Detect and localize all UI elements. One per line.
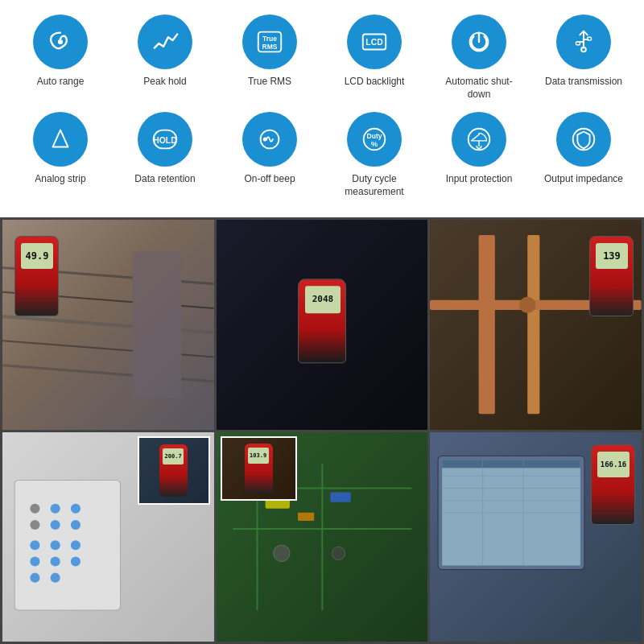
feature-analog-strip: Analog strip [16,112,105,186]
svg-point-43 [51,520,60,530]
svg-point-44 [51,540,60,550]
svg-text:HOLD: HOLD [153,136,177,145]
svg-point-46 [51,572,60,582]
photo-circuit-board: 103.9 [217,432,428,642]
analog-strip-icon [33,112,88,167]
svg-line-30 [2,365,214,382]
feature-label-output-impedance: Output impedance [544,173,623,186]
svg-point-59 [332,547,345,559]
feature-output-impedance: Output impedance [539,112,628,186]
svg-text:True: True [262,35,277,43]
auto-shutdown-icon [452,14,506,69]
output-impedance-icon [556,112,611,167]
svg-point-13 [581,47,586,52]
svg-point-49 [71,540,80,550]
feature-label-analog-strip: Analog strip [35,173,85,186]
feature-label-onoff-beep: On-off beep [244,173,295,186]
photo-computer-screen: 166.16 [430,432,642,642]
svg-point-45 [51,556,60,566]
photo-copper-pipes: 139 [430,220,642,429]
meter1-reading: 49.9 [26,250,49,262]
svg-rect-12 [588,37,592,40]
lcd-backlight-icon: LCD [347,14,402,69]
svg-text:LCD: LCD [365,38,383,47]
feature-label-auto-shutdown: Automatic shut-down [435,76,523,101]
svg-point-58 [273,545,289,561]
auto-range-icon [33,14,88,69]
feature-duty-cycle: Duty % Duty cycle measurement [330,112,419,198]
duty-cycle-icon: Duty % [347,112,402,167]
svg-text:RMS: RMS [262,43,278,51]
svg-rect-32 [479,235,495,414]
feature-label-peak-hold: Peak hold [143,76,186,89]
data-transmission-icon [556,14,611,69]
svg-point-0 [59,40,62,43]
svg-point-39 [30,540,39,550]
features-row-1: Auto range Peak hold True RMS [8,14,636,101]
feature-true-rms: True RMS True RMS [225,14,314,89]
feature-lcd-backlight: LCD LCD backlight [330,14,419,89]
svg-point-19 [264,138,266,141]
photo-industrial-panel: 49.9 [2,220,214,429]
data-retention-icon: HOLD [138,112,192,167]
svg-point-42 [51,503,60,513]
feature-peak-hold: Peak hold [121,14,209,89]
feature-label-true-rms: True RMS [248,76,291,89]
feature-label-duty-cycle: Duty cycle measurement [330,173,419,198]
svg-rect-56 [298,513,314,521]
input-protection-icon [452,112,506,167]
feature-data-transmission: Data transmission [539,14,628,89]
meter2-reading: 2048 [312,294,334,304]
svg-line-28 [2,316,214,332]
svg-rect-57 [330,492,350,502]
svg-point-41 [30,572,39,582]
feature-onoff-beep: On-off beep [225,112,314,186]
svg-point-38 [30,520,39,530]
meter6-reading: 166.16 [601,460,627,469]
svg-point-48 [71,520,80,530]
svg-line-29 [2,341,214,357]
feature-input-protection: Input protection [435,112,523,186]
svg-point-37 [30,503,39,513]
meter3-reading: 139 [603,250,621,262]
svg-rect-62 [442,460,580,468]
feature-label-input-protection: Input protection [446,173,513,186]
page-wrapper: Auto range Peak hold True RMS [0,0,644,644]
photo-grid: 49.9 2048 [0,217,644,644]
svg-point-47 [71,503,80,513]
features-section: Auto range Peak hold True RMS [0,0,644,217]
svg-marker-14 [53,130,68,147]
svg-point-50 [71,556,80,566]
feature-label-auto-range: Auto range [37,76,85,89]
svg-rect-31 [133,252,182,398]
svg-rect-33 [528,235,540,414]
feature-label-data-transmission: Data transmission [545,76,622,89]
svg-text:%: % [371,139,378,148]
features-row-2: Analog strip HOLD Data retention [8,112,636,198]
svg-point-35 [519,297,535,313]
onoff-beep-icon [242,112,297,167]
photo-dark-background: 2048 [217,220,428,429]
feature-auto-range: Auto range [16,14,105,89]
photo-power-strip: 200.7 [2,432,214,642]
feature-auto-shutdown: Automatic shut-down [435,14,523,101]
feature-data-retention: HOLD Data retention [121,112,209,186]
feature-label-data-retention: Data retention [134,173,195,186]
true-rms-icon: True RMS [242,14,297,69]
svg-rect-10 [576,42,580,45]
meter5-reading: 103.9 [250,452,266,459]
meter4-reading: 200.7 [165,453,182,460]
peak-hold-icon [138,14,192,69]
svg-point-40 [30,556,39,566]
feature-label-lcd-backlight: LCD backlight [345,76,405,89]
